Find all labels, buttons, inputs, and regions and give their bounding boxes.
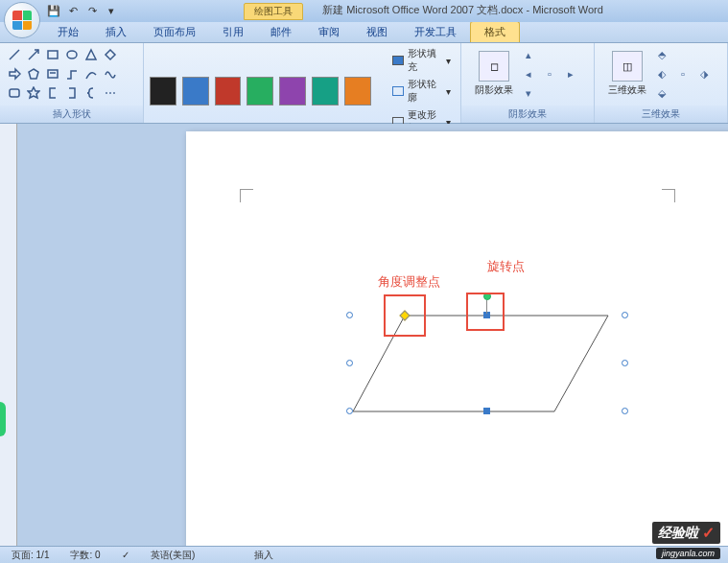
workspace: 角度调整点 旋转点	[0, 124, 728, 546]
shadow-center-icon[interactable]: ▫	[540, 65, 559, 82]
selection-handle[interactable]	[346, 408, 353, 414]
selection-handle[interactable]	[622, 408, 628, 414]
ribbon-tabs: 开始 插入 页面布局 引用 邮件 审阅 视图 开发工具 格式	[0, 22, 728, 43]
tab-references[interactable]: 引用	[209, 22, 257, 42]
shadow-icon: ◻	[479, 51, 509, 82]
contextual-tab-label: 绘图工具	[244, 3, 303, 20]
selection-handle[interactable]	[622, 360, 628, 366]
margin-mark-tr	[662, 189, 675, 202]
save-icon[interactable]: 💾	[46, 4, 61, 19]
3d-tilt-right-icon[interactable]: ⬗	[694, 65, 714, 82]
margin-mark-tl	[240, 189, 253, 202]
style-swatch-5[interactable]	[312, 77, 339, 106]
status-page[interactable]: 页面: 1/1	[6, 549, 55, 562]
svg-marker-4	[86, 50, 96, 59]
tab-mailings[interactable]: 邮件	[257, 22, 305, 42]
style-swatch-2[interactable]	[215, 77, 242, 106]
shadow-down-icon[interactable]: ▾	[519, 84, 538, 102]
svg-point-3	[67, 51, 77, 59]
annotation-box-angle	[384, 294, 426, 337]
selection-handle[interactable]	[622, 312, 628, 318]
shape-star-icon[interactable]	[25, 84, 42, 102]
office-logo-icon	[12, 11, 32, 30]
group-label-shapes: 插入形状	[0, 106, 143, 123]
tab-layout[interactable]: 页面布局	[140, 22, 209, 42]
svg-rect-2	[48, 51, 58, 59]
svg-marker-6	[10, 69, 20, 79]
document-page[interactable]: 角度调整点 旋转点	[186, 131, 728, 546]
status-words[interactable]: 字数: 0	[64, 549, 106, 562]
undo-icon[interactable]: ↶	[65, 4, 81, 19]
group-label-shadow: 阴影效果	[461, 106, 594, 123]
shape-rect-icon[interactable]	[44, 46, 61, 63]
shape-brace-icon[interactable]	[82, 84, 100, 102]
svg-rect-10	[10, 89, 19, 97]
tab-developer[interactable]: 开发工具	[401, 22, 470, 42]
shapes-gallery: ⋯	[6, 46, 137, 102]
shape-line-icon[interactable]	[6, 46, 23, 63]
qat-dropdown-icon[interactable]: ▾	[104, 4, 119, 19]
status-mode[interactable]: 插入	[248, 549, 279, 562]
style-swatch-4[interactable]	[279, 77, 306, 106]
tab-insert[interactable]: 插入	[92, 22, 140, 42]
3d-tilt-up-icon[interactable]: ⬘	[652, 46, 671, 63]
3d-tilt-left-icon[interactable]: ⬖	[652, 65, 671, 82]
shape-rightarrow-icon[interactable]	[6, 65, 23, 82]
tab-view[interactable]: 视图	[353, 22, 401, 42]
shape-textbox-icon[interactable]	[44, 65, 61, 82]
tab-home[interactable]: 开始	[44, 22, 92, 42]
svg-marker-11	[28, 87, 39, 98]
tab-review[interactable]: 审阅	[305, 22, 353, 42]
style-swatch-6[interactable]	[344, 77, 371, 106]
shadow-right-icon[interactable]: ▸	[561, 65, 580, 82]
shape-arrow-icon[interactable]	[25, 46, 42, 63]
fill-icon	[392, 56, 405, 65]
selection-mid-handle[interactable]	[483, 408, 490, 414]
shape-polygon-icon[interactable]	[25, 65, 42, 82]
svg-line-1	[29, 50, 38, 59]
window-title: 新建 Microsoft Office Word 2007 文档.docx - …	[322, 3, 603, 20]
status-proofing-icon[interactable]: ✓	[116, 550, 135, 560]
shadow-up-icon[interactable]: ▴	[519, 46, 538, 63]
shape-selection: 角度调整点 旋转点	[349, 266, 627, 438]
shadow-left-icon[interactable]: ◂	[519, 65, 538, 82]
group-label-3d: 三维效果	[595, 106, 727, 123]
vertical-ruler	[0, 124, 17, 546]
shape-ellipse-icon[interactable]	[63, 46, 81, 63]
annotation-text-rotate: 旋转点	[487, 258, 525, 275]
style-swatch-0[interactable]	[150, 77, 176, 106]
redo-icon[interactable]: ↷	[84, 4, 100, 19]
style-swatch-3[interactable]	[247, 77, 273, 106]
shape-outline-button[interactable]: 形状轮廓 ▾	[388, 77, 455, 106]
selection-handle[interactable]	[346, 360, 353, 366]
shadow-effect-button[interactable]: ◻ 阴影效果	[475, 51, 513, 97]
3d-effect-button[interactable]: ◫ 三维效果	[608, 51, 646, 97]
3d-tilt-down-icon[interactable]: ⬙	[652, 84, 671, 102]
status-language[interactable]: 英语(美国)	[145, 549, 201, 562]
shape-triangle-icon[interactable]	[82, 46, 100, 63]
shape-fill-button[interactable]: 形状填充 ▾	[388, 46, 455, 75]
watermark-brand: 经验啦 ✓	[652, 522, 720, 544]
svg-line-0	[10, 50, 19, 59]
shape-roundrect-icon[interactable]	[6, 84, 23, 102]
ribbon: ⋯ 插入形状 形状填充 ▾ 形状轮廓 ▾ 更改形状 ▾ 形状样式 ◻ 阴影效果	[0, 43, 728, 124]
shape-lbracket-icon[interactable]	[44, 84, 61, 102]
selection-handle[interactable]	[346, 312, 353, 318]
3d-center-icon[interactable]: ▫	[673, 65, 693, 82]
annotation-box-rotate	[466, 293, 505, 331]
style-swatch-1[interactable]	[182, 77, 209, 106]
svg-marker-5	[106, 50, 115, 59]
shape-freeform-icon[interactable]	[102, 65, 119, 82]
green-tab-edge	[0, 402, 6, 436]
tab-format[interactable]: 格式	[470, 21, 520, 42]
shape-curve-icon[interactable]	[82, 65, 100, 82]
shape-more-icon[interactable]: ⋯	[102, 84, 119, 102]
shape-diamond-icon[interactable]	[102, 46, 119, 63]
cube-icon: ◫	[612, 51, 643, 82]
quick-access-toolbar: 💾 ↶ ↷ ▾	[46, 4, 119, 19]
outline-icon	[392, 86, 405, 96]
shape-connector-icon[interactable]	[63, 65, 81, 82]
office-button[interactable]	[4, 2, 40, 38]
svg-marker-7	[29, 69, 38, 79]
shape-rbracket-icon[interactable]	[63, 84, 81, 102]
